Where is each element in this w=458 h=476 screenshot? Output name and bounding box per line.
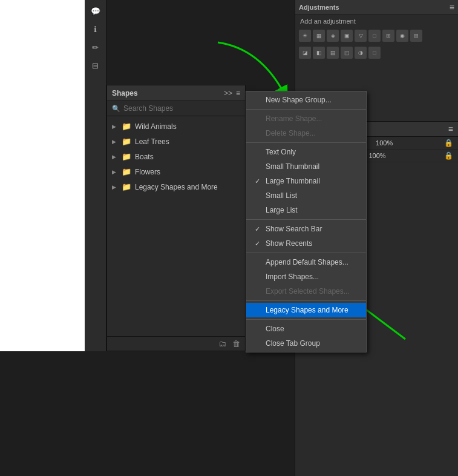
shapes-search-bar: 🔍: [107, 101, 245, 116]
menu-label-show-recents: Show Recents: [266, 239, 312, 248]
adj-curves[interactable]: ◈: [327, 30, 339, 42]
adjustments-icons-row1: ☀ ▦ ◈ ▣ ▽ □ ⊞ ◉ ⊞: [295, 27, 458, 44]
folder-icon-legacy-shapes: 📁: [122, 182, 131, 191]
shape-item-flowers[interactable]: ▶ 📁 Flowers: [107, 164, 245, 179]
menu-separator-separator1: [246, 109, 366, 110]
shape-name-boats: Boats: [135, 153, 154, 161]
menu-label-large-list: Large List: [266, 206, 298, 214]
menu-label-show-search-bar: Show Search Bar: [266, 225, 322, 233]
expand-arrow-flowers: ▶: [112, 169, 118, 175]
menu-item-export-selected-shapes: Export Selected Shapes...: [246, 284, 366, 299]
menu-label-legacy-shapes-more: Legacy Shapes and More: [266, 306, 348, 314]
menu-item-new-shape-group[interactable]: New Shape Group...: [246, 93, 366, 107]
adj-grid[interactable]: ⊞: [410, 30, 422, 42]
shapes-footer: 🗂 🗑: [107, 336, 245, 351]
menu-label-small-list: Small List: [266, 191, 297, 200]
adj-channelmixer[interactable]: ◑: [355, 47, 367, 59]
menu-item-show-recents[interactable]: ✓Show Recents: [246, 236, 366, 251]
adj-exposure[interactable]: ▣: [341, 30, 353, 42]
adjustments-icons-row2: ◪ ◧ ▤ ◰ ◑ □: [295, 44, 458, 61]
adj-photofilter[interactable]: ◉: [396, 30, 408, 42]
adjustments-menu-icon[interactable]: ≡: [450, 2, 454, 12]
menu-item-close-tab-group[interactable]: Close Tab Group: [246, 336, 366, 351]
menu-separator-separator3: [246, 219, 366, 220]
shape-item-legacy-shapes[interactable]: ▶ 📁 Legacy Shapes and More: [107, 179, 245, 194]
menu-item-small-list[interactable]: Small List: [246, 188, 366, 203]
properties-menu-icon[interactable]: ≡: [448, 124, 453, 134]
shapes-expand-icon[interactable]: >>: [224, 89, 232, 98]
adjustments-panel: Adjustments ≡ Add an adjustment ☀ ▦ ◈ ▣ …: [295, 0, 458, 61]
menu-item-append-default-shapes[interactable]: Append Default Shapes...: [246, 255, 366, 269]
menu-check-show-search-bar: ✓: [255, 225, 263, 233]
fill-value: 100%: [368, 152, 385, 159]
menu-check-show-recents: ✓: [255, 240, 263, 248]
lock-icon: 🔒: [444, 139, 453, 147]
menu-label-close-tab-group: Close Tab Group: [266, 339, 320, 348]
shapes-panel: Shapes >> ≡ 🔍 ▶ 📁 Wild Animals ▶ 📁 Leaf …: [106, 85, 246, 351]
menu-label-append-default-shapes: Append Default Shapes...: [266, 258, 348, 266]
footer-folder-icon[interactable]: 🗂: [218, 339, 226, 348]
footer-trash-icon[interactable]: 🗑: [232, 339, 240, 348]
adj-brightness[interactable]: ☀: [299, 30, 311, 42]
menu-label-small-thumbnail: Small Thumbnail: [266, 162, 319, 171]
menu-item-import-shapes[interactable]: Import Shapes...: [246, 269, 366, 284]
adj-vibrance[interactable]: ▽: [355, 30, 367, 42]
shapes-list: ▶ 📁 Wild Animals ▶ 📁 Leaf Trees ▶ 📁 Boat…: [107, 116, 245, 336]
menu-label-import-shapes: Import Shapes...: [266, 273, 319, 281]
menu-item-text-only[interactable]: Text Only: [246, 145, 366, 159]
adj-threshold[interactable]: ▤: [327, 47, 339, 59]
folder-icon-leaf-trees: 📁: [122, 137, 131, 146]
search-input[interactable]: [123, 104, 240, 113]
fill-lock-icon: 🔒: [444, 151, 453, 160]
menu-label-export-selected-shapes: Export Selected Shapes...: [266, 287, 350, 296]
menu-item-legacy-shapes-more[interactable]: Legacy Shapes and More: [246, 303, 366, 317]
adj-colorbalance[interactable]: ⊞: [382, 30, 394, 42]
menu-label-delete-shape: Delete Shape...: [266, 129, 316, 137]
menu-label-rename-shape: Rename Shape...: [266, 114, 322, 123]
shapes-title: Shapes: [112, 89, 138, 98]
shape-name-leaf-trees: Leaf Trees: [135, 137, 169, 146]
left-sidebar: 💬 ℹ ✏ ⊟: [85, 0, 106, 351]
menu-separator-separator6: [246, 319, 366, 320]
shape-item-wild-animals[interactable]: ▶ 📁 Wild Animals: [107, 119, 245, 134]
adjustments-add-label: Add an adjustment: [295, 15, 458, 27]
adjustments-header: Adjustments ≡: [295, 0, 458, 15]
sidebar-icon-sliders[interactable]: ⊟: [87, 57, 104, 74]
adj-selectivecolor[interactable]: ◰: [341, 47, 353, 59]
canvas-area: [0, 0, 85, 351]
shapes-menu-icon[interactable]: ≡: [236, 89, 240, 98]
shape-name-wild-animals: Wild Animals: [135, 122, 177, 131]
expand-arrow-boats: ▶: [112, 154, 118, 160]
menu-item-close[interactable]: Close: [246, 322, 366, 336]
opacity-value: 100%: [376, 139, 393, 147]
menu-item-delete-shape: Delete Shape...: [246, 126, 366, 140]
sidebar-icon-info[interactable]: ℹ: [87, 21, 104, 38]
shape-item-leaf-trees[interactable]: ▶ 📁 Leaf Trees: [107, 134, 245, 149]
sidebar-icon-chat[interactable]: 💬: [87, 2, 104, 19]
adj-gradientmap[interactable]: □: [368, 47, 381, 59]
expand-arrow-wild-animals: ▶: [112, 124, 118, 130]
menu-item-small-thumbnail[interactable]: Small Thumbnail: [246, 159, 366, 174]
sidebar-icon-pen[interactable]: ✏: [87, 39, 104, 56]
shape-name-legacy-shapes: Legacy Shapes and More: [135, 183, 218, 191]
folder-icon-wild-animals: 📁: [122, 122, 131, 131]
expand-arrow-legacy-shapes: ▶: [112, 184, 118, 190]
menu-label-new-shape-group: New Shape Group...: [266, 96, 332, 104]
menu-item-show-search-bar[interactable]: ✓Show Search Bar: [246, 222, 366, 236]
shape-item-boats[interactable]: ▶ 📁 Boats: [107, 149, 245, 164]
adj-hsb[interactable]: □: [368, 30, 381, 42]
context-menu: New Shape Group...Rename Shape...Delete …: [246, 91, 367, 352]
adj-bw[interactable]: ◪: [299, 47, 311, 59]
menu-separator-separator5: [246, 300, 366, 301]
shape-name-flowers: Flowers: [135, 168, 160, 176]
adj-levels[interactable]: ▦: [313, 30, 325, 42]
menu-label-text-only: Text Only: [266, 148, 296, 156]
menu-item-large-list[interactable]: Large List: [246, 203, 366, 217]
menu-check-large-thumbnail: ✓: [255, 177, 263, 185]
expand-arrow-leaf-trees: ▶: [112, 139, 118, 145]
search-icon: 🔍: [112, 105, 120, 113]
menu-item-large-thumbnail[interactable]: ✓Large Thumbnail: [246, 174, 366, 188]
shapes-header: Shapes >> ≡: [107, 85, 245, 101]
adj-posterize[interactable]: ◧: [313, 47, 325, 59]
menu-separator-separator4: [246, 253, 366, 253]
